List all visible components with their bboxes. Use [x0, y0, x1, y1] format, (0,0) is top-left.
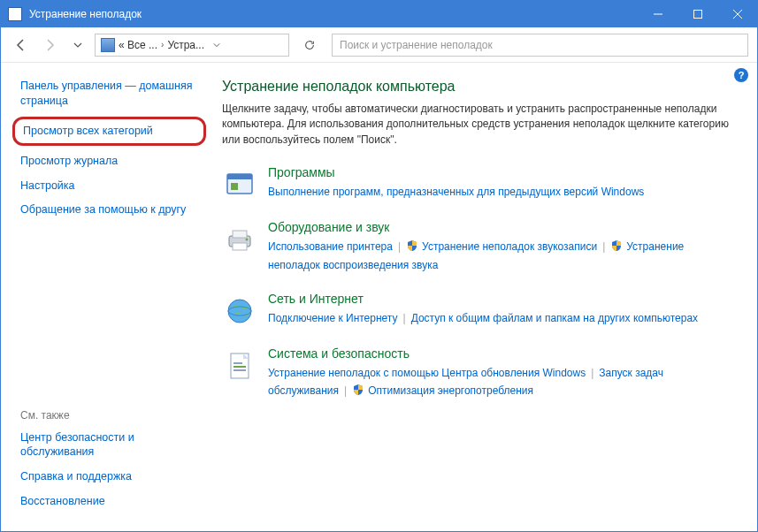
separator: | [591, 367, 593, 379]
category-title[interactable]: Сеть и Интернет [268, 292, 736, 306]
category-icon [222, 222, 257, 257]
category-sublinks: Использование принтера|Устранение непола… [268, 238, 736, 274]
breadcrumb-segment[interactable]: Устра... [167, 39, 204, 51]
category-sublinks: Устранение неполадок с помощью Центра об… [268, 364, 736, 400]
forward-button[interactable] [38, 34, 61, 57]
refresh-button[interactable] [298, 34, 321, 57]
troubleshooter-link[interactable]: Доступ к общим файлам и папкам на других… [411, 312, 698, 324]
sidebar-link-history[interactable]: Просмотр журнала [20, 154, 201, 169]
troubleshooter-link[interactable]: Устранение неполадок звукозаписи [406, 240, 597, 253]
sidebar-link-help[interactable]: Справка и поддержка [20, 469, 201, 484]
see-also-header: См. также [20, 409, 201, 422]
svg-point-10 [246, 239, 249, 241]
category-block: Система и безопасностьУстранение неполад… [222, 346, 736, 400]
separator: | [403, 312, 406, 324]
separator: | [602, 240, 605, 253]
sidebar-link-home[interactable]: Панель управления — домашняя страница [20, 79, 201, 109]
svg-rect-8 [233, 231, 247, 238]
chevron-right-icon: › [161, 40, 164, 49]
category-sublinks: Выполнение программ, предназначенных для… [268, 183, 736, 201]
app-icon [8, 7, 22, 21]
troubleshooter-link[interactable]: Устранение неполадок с помощью Центра об… [268, 367, 586, 379]
control-panel-window: Устранение неполадок « Все ... › Устра..… [0, 0, 758, 532]
recent-locations-dropdown[interactable] [66, 34, 89, 57]
troubleshooter-link[interactable]: Выполнение программ, предназначенных для… [268, 186, 644, 198]
category-block: Сеть и ИнтернетПодключение к Интернету|Д… [222, 292, 736, 329]
category-icon [222, 167, 257, 202]
troubleshooter-link[interactable]: Оптимизация энергопотребления [352, 384, 533, 397]
svg-rect-6 [231, 183, 238, 190]
svg-rect-1 [693, 11, 701, 19]
content-area: ? Панель управления — домашняя страница … [1, 63, 757, 531]
address-dropdown[interactable] [208, 39, 226, 51]
sidebar-link-all-categories[interactable]: Просмотр всех категорий [23, 124, 195, 139]
sidebar-link-settings[interactable]: Настройка [20, 179, 201, 194]
maximize-button[interactable] [678, 1, 717, 27]
category-block: Оборудование и звукИспользование принтер… [222, 220, 736, 274]
svg-rect-5 [227, 174, 252, 179]
separator: | [344, 384, 347, 397]
sidebar-link-recovery[interactable]: Восстановление [20, 494, 201, 509]
category-icon [222, 293, 257, 329]
search-box[interactable] [332, 34, 748, 57]
category-title[interactable]: Оборудование и звук [268, 220, 736, 234]
svg-point-11 [228, 300, 251, 323]
category-body: Система и безопасностьУстранение неполад… [268, 346, 736, 400]
svg-rect-9 [233, 243, 247, 250]
page-title: Устранение неполадок компьютера [222, 79, 736, 95]
control-panel-icon [101, 38, 115, 52]
address-bar-row: « Все ... › Устра... [1, 27, 757, 63]
back-button[interactable] [10, 34, 33, 57]
category-title[interactable]: Программы [268, 165, 736, 179]
category-body: ПрограммыВыполнение программ, предназнач… [268, 165, 736, 202]
sidebar-link-security-center[interactable]: Центр безопасности и обслуживания [20, 430, 201, 460]
help-icon[interactable]: ? [734, 68, 748, 82]
window-title: Устранение неполадок [29, 8, 638, 20]
troubleshooter-link[interactable]: Подключение к Интернету [268, 312, 398, 324]
highlight-annotation: Просмотр всех категорий [12, 117, 206, 146]
minimize-button[interactable] [638, 1, 678, 27]
titlebar: Устранение неполадок [1, 1, 757, 27]
separator: | [398, 240, 401, 253]
category-block: ПрограммыВыполнение программ, предназнач… [222, 165, 736, 202]
sidebar: Панель управления — домашняя страница Пр… [1, 63, 213, 531]
category-icon [222, 348, 257, 384]
svg-rect-14 [234, 366, 246, 368]
close-button[interactable] [717, 1, 757, 27]
breadcrumb-segment[interactable]: « Все ... [119, 39, 157, 51]
category-title[interactable]: Система и безопасность [268, 346, 736, 361]
main-panel: Устранение неполадок компьютера Щелкните… [213, 63, 757, 531]
search-input[interactable] [340, 39, 740, 51]
category-body: Сеть и ИнтернетПодключение к Интернету|Д… [268, 292, 736, 329]
troubleshooter-link[interactable]: Использование принтера [268, 240, 393, 253]
category-body: Оборудование и звукИспользование принтер… [268, 220, 736, 274]
category-sublinks: Подключение к Интернету|Доступ к общим ф… [268, 309, 736, 327]
sidebar-link-remote-assist[interactable]: Обращение за помощью к другу [20, 202, 201, 217]
svg-rect-15 [234, 369, 246, 371]
address-box[interactable]: « Все ... › Устра... [95, 34, 289, 57]
page-description: Щелкните задачу, чтобы автоматически диа… [222, 102, 736, 148]
svg-rect-16 [234, 362, 242, 364]
